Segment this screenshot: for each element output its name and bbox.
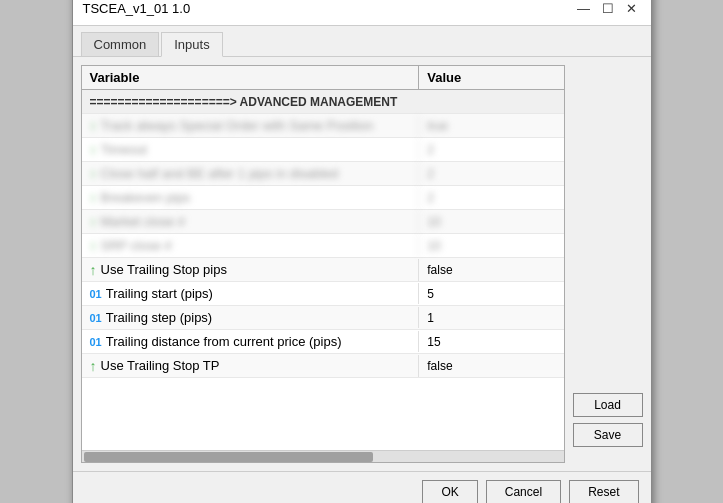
cell-variable: 01 Trailing step (pips) bbox=[82, 307, 420, 328]
table-row: 01 Trailing start (pips) 5 bbox=[82, 282, 564, 306]
tab-common[interactable]: Common bbox=[81, 32, 160, 56]
cell-value: false bbox=[419, 356, 563, 376]
window-title: TSCEA_v1_01 1.0 bbox=[83, 1, 191, 16]
close-button[interactable]: ✕ bbox=[623, 0, 641, 17]
tab-inputs[interactable]: Inputs bbox=[161, 32, 222, 57]
cell-value: 2 bbox=[419, 140, 563, 160]
cell-variable: ↑ Track always Special Order with Same P… bbox=[82, 115, 420, 137]
col-variable-header: Variable bbox=[82, 66, 420, 89]
content-area: Variable Value ====================> ADV… bbox=[73, 57, 651, 471]
section-header-label: ====================> ADVANCED MANAGEMEN… bbox=[90, 95, 398, 109]
cancel-button[interactable]: Cancel bbox=[486, 480, 561, 503]
table-row: ↑ Market close # 10 bbox=[82, 210, 564, 234]
minimize-button[interactable]: — bbox=[575, 0, 593, 17]
cell-value: 10 bbox=[419, 236, 563, 256]
horizontal-scrollbar[interactable] bbox=[82, 450, 564, 462]
side-buttons: Load Save bbox=[573, 65, 643, 463]
cell-variable: ↑ Market close # bbox=[82, 211, 420, 233]
arrow-icon: ↑ bbox=[90, 190, 97, 206]
cell-variable: ↑ Use Trailing Stop TP bbox=[82, 355, 420, 377]
arrow-icon: ↑ bbox=[90, 118, 97, 134]
cell-value: 2 bbox=[419, 164, 563, 184]
table-row: 01 Trailing step (pips) 1 bbox=[82, 306, 564, 330]
table-row: ↑ Track always Special Order with Same P… bbox=[82, 114, 564, 138]
arrow-icon: ↑ bbox=[90, 262, 97, 278]
cell-variable: ↑ Close half and BE after 1 pips in disa… bbox=[82, 163, 420, 185]
table-row: ↑ Use Trailing Stop TP false bbox=[82, 354, 564, 378]
section-header-row: ====================> ADVANCED MANAGEMEN… bbox=[82, 90, 564, 114]
cell-value: 15 bbox=[419, 332, 563, 352]
table-row: ↑ Close half and BE after 1 pips in disa… bbox=[82, 162, 564, 186]
arrow-icon: ↑ bbox=[90, 166, 97, 182]
maximize-button[interactable]: ☐ bbox=[599, 0, 617, 17]
cell-variable: ↑ Use Trailing Stop pips bbox=[82, 259, 420, 281]
table-body: ====================> ADVANCED MANAGEMEN… bbox=[82, 90, 564, 450]
cell-variable: ↑ Timeout bbox=[82, 139, 420, 161]
tab-bar: Common Inputs bbox=[73, 26, 651, 57]
01-icon: 01 bbox=[90, 288, 102, 300]
arrow-icon: ↑ bbox=[90, 214, 97, 230]
arrow-icon: ↑ bbox=[90, 238, 97, 254]
save-button[interactable]: Save bbox=[573, 423, 643, 447]
title-bar-controls: — ☐ ✕ bbox=[575, 0, 641, 17]
load-button[interactable]: Load bbox=[573, 393, 643, 417]
cell-value: 5 bbox=[419, 284, 563, 304]
table-header: Variable Value bbox=[82, 66, 564, 90]
01-icon: 01 bbox=[90, 336, 102, 348]
title-bar: TSCEA_v1_01 1.0 — ☐ ✕ bbox=[73, 0, 651, 26]
col-value-header: Value bbox=[419, 66, 563, 89]
table-row: ↑ SRP close # 10 bbox=[82, 234, 564, 258]
main-window: TSCEA_v1_01 1.0 — ☐ ✕ Common Inputs Vari… bbox=[72, 0, 652, 503]
cell-variable: ↑ Breakeven pips bbox=[82, 187, 420, 209]
bottom-bar: OK Cancel Reset bbox=[73, 471, 651, 503]
arrow-icon: ↑ bbox=[90, 142, 97, 158]
01-icon: 01 bbox=[90, 312, 102, 324]
arrow-icon: ↑ bbox=[90, 358, 97, 374]
reset-button[interactable]: Reset bbox=[569, 480, 638, 503]
table-row: ↑ Breakeven pips 2 bbox=[82, 186, 564, 210]
variables-table: Variable Value ====================> ADV… bbox=[81, 65, 565, 463]
cell-variable: 01 Trailing start (pips) bbox=[82, 283, 420, 304]
cell-value: true bbox=[419, 116, 563, 136]
cell-variable: ↑ SRP close # bbox=[82, 235, 420, 257]
table-row: ↑ Use Trailing Stop pips false bbox=[82, 258, 564, 282]
cell-value: false bbox=[419, 260, 563, 280]
cell-value: 10 bbox=[419, 212, 563, 232]
scrollbar-thumb[interactable] bbox=[84, 452, 373, 462]
table-row: ↑ Timeout 2 bbox=[82, 138, 564, 162]
ok-button[interactable]: OK bbox=[422, 480, 477, 503]
cell-variable: 01 Trailing distance from current price … bbox=[82, 331, 420, 352]
cell-value: 1 bbox=[419, 308, 563, 328]
cell-value: 2 bbox=[419, 188, 563, 208]
table-row: 01 Trailing distance from current price … bbox=[82, 330, 564, 354]
